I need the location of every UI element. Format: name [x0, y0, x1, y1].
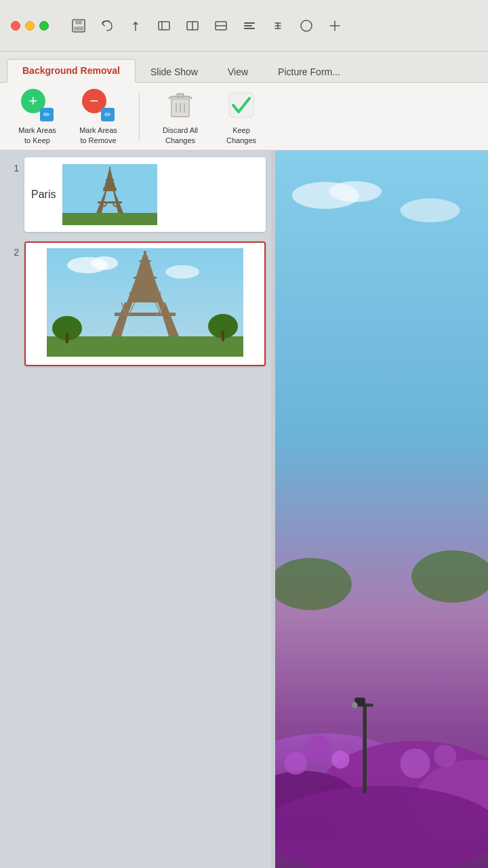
svg-point-78	[352, 702, 358, 708]
mark-areas-keep-icon: + ✏	[20, 87, 55, 123]
svg-point-16	[301, 20, 312, 31]
slide-thumbnail-1[interactable]: Paris	[24, 157, 266, 232]
title-bar	[0, 0, 488, 52]
format-icon-2[interactable]	[183, 16, 202, 35]
svg-rect-3	[159, 22, 169, 30]
tab-picture-format[interactable]: Picture Form...	[263, 61, 355, 83]
mark-areas-remove-icon: − ✏	[81, 87, 116, 123]
tab-slide-show[interactable]: Slide Show	[136, 61, 213, 83]
mark-areas-keep-label: Mark Areas to Keep	[18, 125, 56, 145]
svg-rect-21	[177, 94, 184, 97]
svg-point-71	[304, 735, 331, 762]
remove-pencil: ✏	[101, 108, 115, 121]
svg-rect-54	[139, 260, 151, 262]
discard-all-changes-label: Discard All Changes	[163, 125, 198, 145]
ribbon-tabs: Background Removal Slide Show View Pictu…	[0, 52, 488, 83]
svg-rect-53	[134, 277, 157, 279]
svg-rect-75	[363, 704, 367, 793]
svg-point-62	[401, 199, 460, 222]
paris-label: Paris	[31, 189, 56, 201]
svg-point-39	[165, 265, 199, 279]
svg-point-61	[329, 181, 382, 202]
mark-areas-remove-label: Mark Areas to Remove	[79, 125, 117, 145]
eiffel-tower-image-1	[62, 164, 157, 225]
align-icon-2[interactable]	[268, 16, 287, 35]
svg-point-74	[434, 745, 456, 767]
svg-point-73	[401, 749, 430, 778]
undo-icon[interactable]	[98, 16, 117, 35]
format-icon-1[interactable]	[155, 16, 174, 35]
svg-point-72	[331, 751, 349, 768]
minimize-button[interactable]	[25, 21, 35, 31]
svg-rect-40	[47, 336, 243, 357]
slide-panel[interactable]: 1 Paris	[0, 151, 271, 868]
svg-rect-27	[62, 213, 157, 225]
toolbar-separator	[139, 93, 140, 140]
slide-item-1[interactable]: 1 Paris	[5, 157, 266, 232]
more-icon[interactable]	[325, 16, 344, 35]
svg-point-70	[285, 752, 307, 774]
close-button[interactable]	[11, 21, 20, 31]
traffic-lights	[11, 21, 49, 31]
eiffel-tower-image-2	[31, 248, 259, 357]
ribbon-toolbar: + ✏ Mark Areas to Keep − ✏ Mark Areas to…	[0, 83, 488, 151]
format-icon-3[interactable]	[211, 16, 230, 35]
slide-item-2[interactable]: 2	[5, 241, 266, 366]
redo-icon[interactable]	[126, 16, 145, 35]
keep-pencil: ✏	[40, 108, 54, 121]
toolbar-icons	[69, 16, 344, 35]
slide-thumbnail-2[interactable]	[24, 241, 266, 366]
keep-changes-icon	[224, 87, 259, 123]
svg-rect-52	[144, 251, 146, 258]
slide-number-2: 2	[5, 241, 19, 258]
svg-rect-48	[115, 313, 176, 316]
svg-rect-2	[74, 26, 83, 31]
svg-rect-34	[103, 188, 117, 189]
canvas-svg	[275, 151, 488, 868]
svg-rect-44	[222, 331, 224, 341]
background-image	[275, 151, 488, 868]
discard-icon	[163, 87, 198, 123]
slide-1-content: Paris	[31, 164, 259, 225]
svg-rect-1	[75, 20, 82, 24]
circle-icon[interactable]	[297, 16, 316, 35]
save-icon[interactable]	[69, 16, 88, 35]
discard-all-changes-button[interactable]: Discard All Changes	[157, 87, 204, 145]
svg-rect-50	[129, 292, 161, 295]
slide-number-1: 1	[5, 157, 19, 174]
align-icon[interactable]	[240, 16, 259, 35]
svg-point-38	[91, 256, 118, 270]
keep-changes-button[interactable]: Keep Changes	[218, 87, 265, 145]
main-area: 1 Paris	[0, 151, 488, 868]
canvas-area	[275, 151, 488, 868]
svg-rect-33	[98, 201, 122, 203]
maximize-button[interactable]	[39, 21, 49, 31]
tab-view[interactable]: View	[213, 61, 263, 83]
svg-rect-35	[106, 179, 114, 180]
keep-changes-label: Keep Changes	[226, 125, 256, 145]
svg-rect-42	[66, 333, 68, 343]
svg-rect-32	[109, 167, 110, 171]
mark-areas-remove-button[interactable]: − ✏ Mark Areas to Remove	[75, 87, 122, 145]
tab-background-removal[interactable]: Background Removal	[7, 59, 136, 83]
mark-areas-keep-button[interactable]: + ✏ Mark Areas to Keep	[14, 87, 61, 145]
svg-point-69	[275, 786, 488, 868]
